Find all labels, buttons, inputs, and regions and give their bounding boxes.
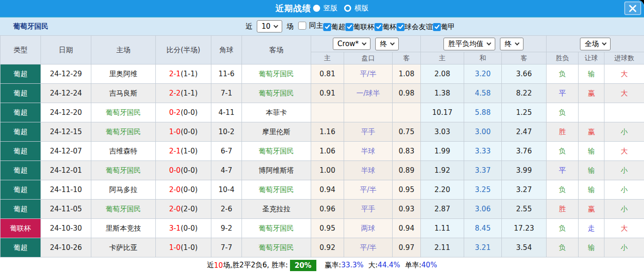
chevron-down-icon: [487, 41, 491, 46]
results-table: 类型 日期 主场 比分(半场) 角球 客场 Crow* 终: [0, 35, 644, 257]
horizontal-layout-radio[interactable]: [344, 5, 351, 12]
match-date-cell: 24-12-29: [41, 64, 91, 84]
bookmaker-select[interactable]: Crow*: [333, 38, 370, 50]
odds-home-cell: 0.96: [311, 200, 344, 219]
home-team-cell: 里斯本竞技: [91, 219, 156, 238]
half-score: (1-0): [181, 147, 198, 155]
odds-home-cell: 0.92: [311, 238, 344, 257]
league-filter-item: 葡甲: [433, 23, 455, 32]
odds-home-cell: 0.91: [311, 84, 344, 103]
vertical-layout-radio[interactable]: [313, 5, 320, 12]
league-checkbox[interactable]: [298, 22, 306, 30]
chevron-down-icon: [515, 41, 520, 46]
avg-draw-cell: 3.21: [464, 238, 502, 257]
goals-result-cell: 小: [604, 238, 644, 257]
result-cell: 负: [547, 142, 579, 161]
match-date-cell: 24-12-24: [41, 84, 91, 103]
avg-home-cell: 1.92: [421, 161, 464, 180]
handicap-line-cell: 平/半: [344, 238, 393, 257]
league-checkbox[interactable]: [397, 23, 405, 31]
league-filter-item: 葡联杯: [346, 23, 375, 32]
result-cell: 负: [547, 180, 579, 200]
goals-result-cell: 小: [604, 161, 644, 180]
scope-select-value: 全场: [585, 40, 599, 48]
odds-away-cell: 0.94: [393, 219, 421, 238]
avg-draw-cell: 3.06: [464, 200, 502, 219]
league-filter-item: 葡杯: [375, 23, 397, 32]
score-cell: 1-0(0-0): [156, 122, 211, 142]
match-date-cell: 24-12-07: [41, 142, 91, 161]
average-type-select[interactable]: 胜平负均值: [443, 38, 495, 50]
header-goals: 进球数: [604, 52, 644, 64]
league-checkbox[interactable]: [433, 23, 441, 31]
layout-radio-group: 竖版 横版: [312, 4, 369, 13]
odds-away-cell: [393, 103, 421, 122]
full-score: 2-2: [169, 89, 181, 97]
away-team-cell: 博阿维斯塔: [242, 161, 311, 180]
team-name: 葡萄牙国民: [13, 22, 48, 31]
bookmaker-period-select[interactable]: 终: [375, 38, 399, 50]
chevron-down-icon: [274, 24, 278, 28]
avg-draw-cell: 3.33: [464, 142, 502, 161]
match-date-cell: 24-11-05: [41, 200, 91, 219]
handicap-line-cell: 半球: [344, 142, 393, 161]
handicap-line-cell: 平/半: [344, 180, 393, 200]
corner-cell: 9-2: [211, 219, 242, 238]
odds-away-cell: 0.97: [393, 238, 421, 257]
summary-count: 10: [214, 261, 223, 270]
match-count-value: 10: [261, 22, 270, 31]
match-date-cell: 24-10-26: [41, 238, 91, 257]
match-row: 葡联杯24-10-30里斯本竞技3-1(0-0)9-2葡萄牙国民0.95两球0.…: [0, 219, 644, 238]
match-row: 葡超24-10-26卡萨比亚1-0(1-0)7-7葡萄牙国民0.92平/半0.9…: [0, 238, 644, 257]
games-label: 场: [287, 22, 294, 31]
corner-cell: 6-7: [211, 142, 242, 161]
win-rate-badge: 20%: [290, 260, 316, 271]
check-icon: [324, 24, 330, 30]
odds-away-cell: 0.98: [393, 84, 421, 103]
match-row: 葡超24-12-20葡萄牙国民0-2(0-0)4-11本菲卡10.175.881…: [0, 103, 644, 122]
scope-select[interactable]: 全场: [580, 38, 611, 50]
league-type-cell: 葡超: [0, 161, 41, 180]
league-checkbox[interactable]: [323, 23, 331, 31]
match-count-select[interactable]: 10: [257, 20, 282, 32]
match-date-cell: 24-11-10: [41, 180, 91, 200]
league-type-cell: 葡超: [0, 142, 41, 161]
goals-result-cell: 大: [604, 84, 644, 103]
avg-away-cell: 3.99: [502, 161, 547, 180]
average-period-value: 终: [505, 40, 512, 48]
handicap-line-cell: 半球: [344, 161, 393, 180]
over-rate: 大:44.4%: [368, 261, 400, 270]
check-icon: [398, 24, 403, 30]
full-score: 1-0: [169, 243, 181, 252]
header-home: 主场: [91, 36, 156, 64]
league-type-cell: 葡超: [0, 122, 41, 142]
away-team-cell: 葡萄牙国民: [242, 84, 311, 103]
corner-cell: 4-11: [211, 103, 242, 122]
handicap-result-cell: [579, 103, 604, 122]
horizontal-layout-label: 横版: [354, 4, 369, 13]
league-checkbox[interactable]: [346, 23, 354, 31]
scope-select-group: 全场: [547, 36, 644, 52]
avg-away-cell: 3.76: [502, 142, 547, 161]
avg-draw-cell: 5.88: [464, 103, 502, 122]
avg-draw-cell: 3.00: [464, 122, 502, 142]
header-avg-away: 客: [502, 52, 547, 64]
league-type-cell: 葡超: [0, 238, 41, 257]
score-cell: 2-0(2-0): [156, 200, 211, 219]
header-score: 比分(半场): [156, 36, 211, 64]
match-row: 葡超24-12-15葡萄牙国民1-0(0-0)10-2摩里伦斯1.16平手0.7…: [0, 122, 644, 142]
away-team-cell: 葡萄牙国民: [242, 219, 311, 238]
half-score: (2-0): [181, 205, 198, 213]
avg-home-cell: 2.87: [421, 200, 464, 219]
home-team-cell: 阿马多拉: [91, 180, 156, 200]
goals-result-cell: 小: [604, 122, 644, 142]
close-button[interactable]: [624, 1, 641, 15]
summary-middle: 场,胜2平2负6, 胜率:: [223, 261, 288, 270]
goals-result-cell: 大: [604, 142, 644, 161]
result-cell: 平: [547, 161, 579, 180]
average-period-select[interactable]: 终: [500, 38, 523, 50]
near-label: 近: [245, 22, 252, 31]
league-checkbox[interactable]: [375, 23, 383, 31]
handicap-line-cell: 平手: [344, 200, 393, 219]
score-cell: 0-2(0-0): [156, 103, 211, 122]
